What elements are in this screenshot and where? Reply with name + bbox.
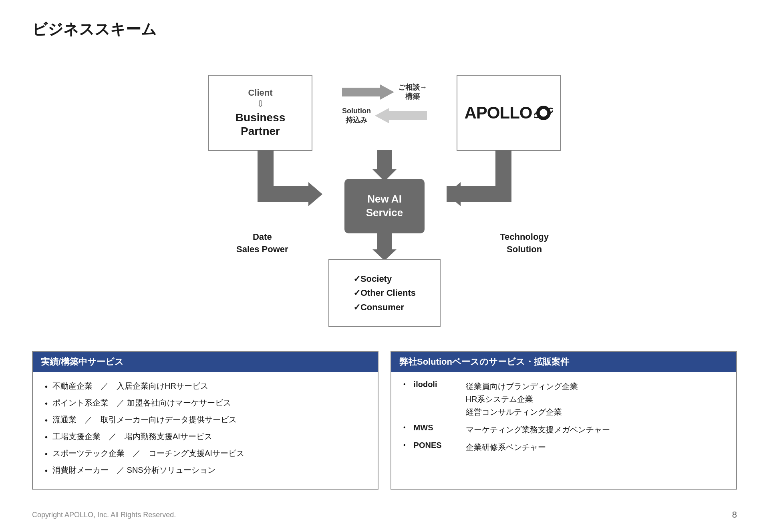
consultation-arrow-row: ご相談→ 構築: [342, 83, 427, 102]
client-down-arrow-icon: ⇩: [257, 99, 264, 109]
footer-copyright: Copyright APOLLO, Inc. All Rights Reserv…: [32, 511, 176, 519]
bullet-icon: •: [45, 397, 48, 410]
list-item: • スポーツテック企業 ／ コーチング支援AIサービス: [45, 447, 370, 460]
footer: Copyright APOLLO, Inc. All Rights Reserv…: [32, 510, 737, 520]
apollo-planet-icon: [534, 103, 553, 122]
arrow-left-icon: [375, 108, 427, 123]
solution-label: Solution 持込み: [342, 106, 371, 125]
top-to-newai-down-arrow-icon: [372, 150, 397, 181]
svg-marker-8: [308, 182, 322, 206]
svg-rect-12: [377, 150, 392, 171]
right-table: 弊社Solutionベースのサービス・拡販案件 • ilodoli 従業員向けブ…: [391, 351, 737, 490]
list-item: • 不動産企業 ／ 入居企業向けHRサービス: [45, 380, 370, 393]
bullet-icon: •: [45, 448, 48, 460]
society-items: ✓Society ✓Other Clients ✓Consumer: [353, 272, 416, 314]
list-item: • PONES 企業研修系ベンチャー: [403, 441, 728, 454]
list-item: • ilodoli 従業員向けブランディング企業HR系システム企業経営コンサルテ…: [403, 380, 728, 418]
bullet-icon: •: [45, 431, 48, 443]
new-ai-label: New AI Service: [366, 193, 403, 220]
bullet-icon: •: [45, 381, 48, 393]
footer-page-number: 8: [732, 510, 737, 520]
svg-marker-5: [375, 108, 427, 123]
bullet-icon: •: [403, 424, 406, 431]
company-name-ilodoli: ilodoli: [414, 380, 466, 389]
apollo-logo: APOLLO: [465, 103, 553, 122]
left-table-header: 実績/構築中サービス: [33, 352, 378, 372]
left-table-body: • 不動産企業 ／ 入居企業向けHRサービス • ポイント系企業 ／ 加盟各社向…: [33, 372, 378, 489]
diagram-wrapper: Client ⇩ BusinessPartner APOLLO: [184, 59, 585, 331]
company-desc-mws: マーケティング業務支援メガベンチャー: [466, 423, 610, 436]
apollo-box: APOLLO: [457, 75, 561, 151]
client-main-label: BusinessPartner: [236, 111, 286, 138]
svg-marker-11: [447, 182, 461, 206]
bullet-icon: •: [45, 414, 48, 426]
right-table-header: 弊社Solutionベースのサービス・拡販案件: [391, 352, 736, 372]
diagram-area: Client ⇩ BusinessPartner APOLLO: [32, 59, 737, 331]
client-box: Client ⇩ BusinessPartner: [208, 75, 312, 151]
new-ai-service-box: New AI Service: [344, 179, 425, 233]
company-name-pones: PONES: [414, 441, 466, 450]
company-desc-pones: 企業研修系ベンチャー: [466, 441, 546, 454]
arrow-right-icon: [342, 84, 394, 100]
society-box: ✓Society ✓Other Clients ✓Consumer: [328, 259, 441, 327]
apollo-text: APOLLO: [465, 103, 532, 122]
svg-marker-4: [342, 84, 394, 100]
page: ビジネススキーム Client ⇩ BusinessPartner APOLLO: [0, 0, 769, 532]
list-item: • ポイント系企業 ／ 加盟各社向けマーケサービス: [45, 397, 370, 410]
list-item: • 消費財メーカー ／ SNS分析ソリューション: [45, 464, 370, 477]
consultation-label: ご相談→ 構築: [398, 83, 427, 102]
date-sales-power-label: Date Sales Power: [236, 231, 288, 256]
technology-solution-label: Technology Solution: [500, 231, 549, 256]
solution-arrow-row: Solution 持込み: [342, 106, 427, 125]
newai-to-society-down-arrow-icon: [372, 233, 397, 261]
svg-rect-7: [258, 186, 310, 202]
bottom-section: 実績/構築中サービス • 不動産企業 ／ 入居企業向けHRサービス • ポイント…: [32, 351, 737, 490]
list-item: • 工場支援企業 ／ 場内勤務支援AIサービス: [45, 430, 370, 443]
client-to-newai-arrow-icon: [234, 150, 322, 222]
left-table: 実績/構築中サービス • 不動産企業 ／ 入居企業向けHRサービス • ポイント…: [32, 351, 378, 490]
list-item: • MWS マーケティング業務支援メガベンチャー: [403, 423, 728, 436]
top-arrows-container: ご相談→ 構築 Solution 持込み: [342, 83, 427, 125]
company-name-mws: MWS: [414, 423, 466, 432]
svg-rect-14: [377, 233, 392, 251]
right-table-body: • ilodoli 従業員向けブランディング企業HR系システム企業経営コンサルテ…: [391, 372, 736, 466]
bullet-icon: •: [45, 465, 48, 477]
bullet-icon: •: [403, 381, 406, 388]
company-desc-ilodoli: 従業員向けブランディング企業HR系システム企業経営コンサルティング企業: [466, 380, 578, 418]
bullet-icon: •: [403, 442, 406, 449]
client-label: Client: [248, 88, 272, 98]
page-title: ビジネススキーム: [32, 19, 737, 40]
list-item: • 流通業 ／ 取引メーカー向けデータ提供サービス: [45, 414, 370, 426]
apollo-to-newai-arrow-icon: [447, 150, 535, 222]
